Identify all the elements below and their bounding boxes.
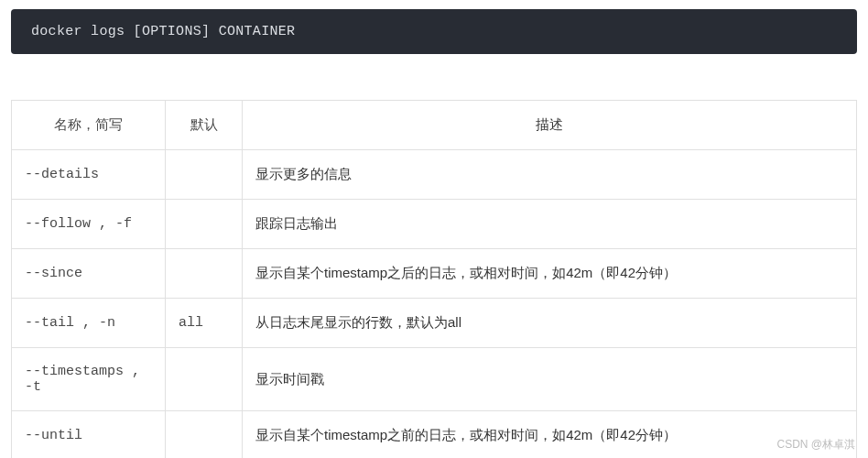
header-default: 默认 — [166, 101, 243, 150]
code-text: docker logs [OPTIONS] CONTAINER — [31, 24, 295, 39]
header-description: 描述 — [243, 101, 857, 150]
table-row: --since 显示自某个timestamp之后的日志，或相对时间，如42m（即… — [12, 249, 857, 299]
cell-default: all — [166, 299, 243, 348]
cell-desc: 跟踪日志输出 — [243, 200, 857, 249]
cell-default — [166, 200, 243, 249]
cell-default — [166, 150, 243, 200]
cell-name: --tail , -n — [12, 299, 166, 348]
table-row: --follow , -f 跟踪日志输出 — [12, 200, 857, 249]
table-header-row: 名称，简写 默认 描述 — [12, 101, 857, 150]
table-row: --details 显示更多的信息 — [12, 150, 857, 200]
cell-desc: 显示自某个timestamp之后的日志，或相对时间，如42m（即42分钟） — [243, 249, 857, 299]
cell-name: --details — [12, 150, 166, 200]
options-table: 名称，简写 默认 描述 --details 显示更多的信息 --follow ,… — [11, 100, 857, 458]
cell-desc: 从日志末尾显示的行数，默认为all — [243, 299, 857, 348]
cell-default — [166, 348, 243, 411]
cell-name: --since — [12, 249, 166, 299]
cell-desc: 显示时间戳 — [243, 348, 857, 411]
cell-default — [166, 411, 243, 459]
table-row: --timestamps , -t 显示时间戳 — [12, 348, 857, 411]
table-row: --tail , -n all 从日志末尾显示的行数，默认为all — [12, 299, 857, 348]
cell-default — [166, 249, 243, 299]
table-row: --until 显示自某个timestamp之前的日志，或相对时间，如42m（即… — [12, 411, 857, 459]
table-body: --details 显示更多的信息 --follow , -f 跟踪日志输出 -… — [12, 150, 857, 459]
cell-desc: 显示更多的信息 — [243, 150, 857, 200]
cell-name: --follow , -f — [12, 200, 166, 249]
cell-name: --until — [12, 411, 166, 459]
watermark: CSDN @林卓淇 — [776, 437, 855, 453]
cell-name: --timestamps , -t — [12, 348, 166, 411]
code-block: docker logs [OPTIONS] CONTAINER — [11, 9, 857, 54]
header-name: 名称，简写 — [12, 101, 166, 150]
cell-desc: 显示自某个timestamp之前的日志，或相对时间，如42m（即42分钟） — [243, 411, 857, 459]
